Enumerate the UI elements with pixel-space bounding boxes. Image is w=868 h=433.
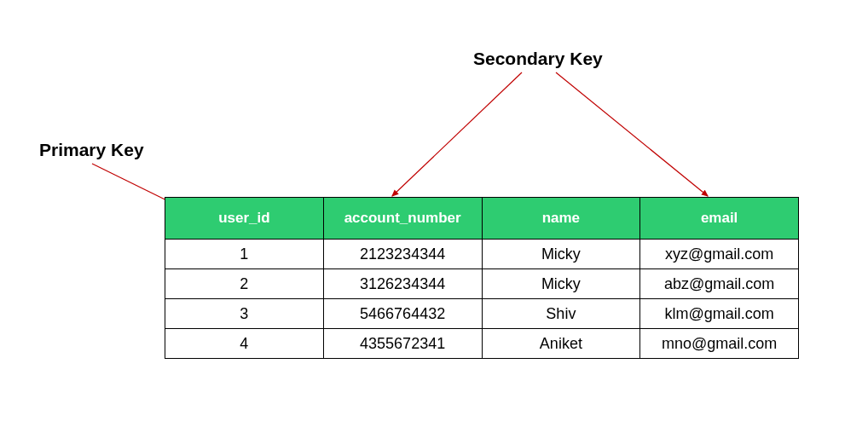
cell-user-id: 3 bbox=[165, 299, 324, 329]
primary-key-label: Primary Key bbox=[39, 140, 144, 160]
cell-email: xyz@gmail.com bbox=[640, 240, 799, 269]
db-table: user_id account_number name email 1 2123… bbox=[165, 197, 799, 359]
cell-account-number: 2123234344 bbox=[323, 240, 482, 269]
col-header-name: name bbox=[482, 198, 640, 240]
table-row: 3 5466764432 Shiv klm@gmail.com bbox=[165, 299, 799, 329]
cell-account-number: 4355672341 bbox=[323, 329, 482, 359]
cell-email: klm@gmail.com bbox=[640, 299, 799, 329]
table-row: 4 4355672341 Aniket mno@gmail.com bbox=[165, 329, 799, 359]
data-table: user_id account_number name email 1 2123… bbox=[165, 197, 799, 359]
col-header-account-number: account_number bbox=[323, 198, 482, 240]
cell-user-id: 2 bbox=[165, 269, 324, 299]
table-row: 1 2123234344 Micky xyz@gmail.com bbox=[165, 240, 799, 269]
cell-user-id: 4 bbox=[165, 329, 324, 359]
cell-email: abz@gmail.com bbox=[640, 269, 799, 299]
col-header-email: email bbox=[640, 198, 799, 240]
table-header-row: user_id account_number name email bbox=[165, 198, 799, 240]
secondary-key-arrow-2 bbox=[556, 72, 708, 196]
cell-account-number: 5466764432 bbox=[323, 299, 482, 329]
col-header-user-id: user_id bbox=[165, 198, 324, 240]
table-row: 2 3126234344 Micky abz@gmail.com bbox=[165, 269, 799, 299]
cell-name: Shiv bbox=[482, 299, 640, 329]
cell-email: mno@gmail.com bbox=[640, 329, 799, 359]
cell-account-number: 3126234344 bbox=[323, 269, 482, 299]
cell-user-id: 1 bbox=[165, 240, 324, 269]
cell-name: Micky bbox=[482, 240, 640, 269]
secondary-key-arrow-1 bbox=[392, 72, 522, 196]
secondary-key-label: Secondary Key bbox=[473, 49, 603, 69]
cell-name: Aniket bbox=[482, 329, 640, 359]
cell-name: Micky bbox=[482, 269, 640, 299]
